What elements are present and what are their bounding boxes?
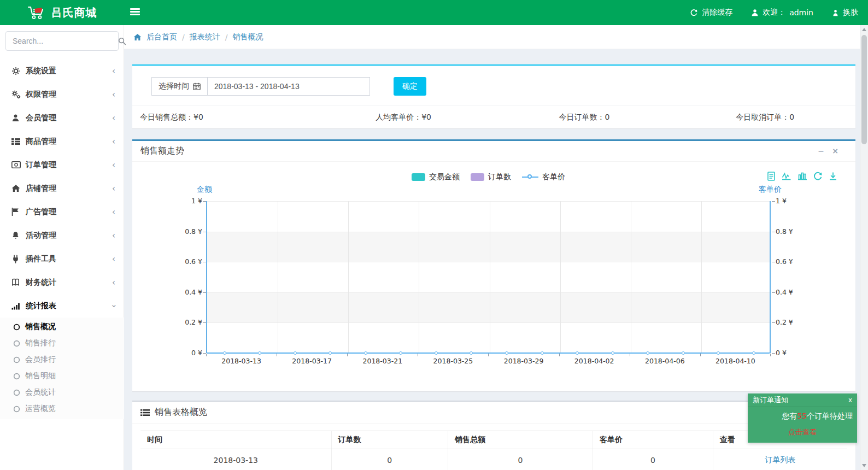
new-order-notification: 新订单通知 x 您有55个订单待处理 点击查看	[748, 393, 857, 443]
circle-icon	[13, 340, 20, 347]
table-icon	[140, 409, 150, 416]
filter-panel: 选择时间 确定 今日销售总额：¥0 人均客单价：¥0 今日订单数：0 今日取消订…	[132, 64, 855, 128]
legend-item-amount[interactable]: 交易金额	[412, 172, 460, 182]
date-range-input[interactable]	[208, 77, 370, 96]
username: admin	[789, 8, 813, 17]
restore-icon[interactable]	[813, 172, 823, 181]
sidebar-item-members[interactable]: 会员管理 ‹	[0, 106, 124, 130]
y-tick-label: 0.6 ¥	[776, 257, 814, 266]
cell-time: 2018-03-13	[140, 449, 331, 470]
y-tick-label: 0.4 ¥	[776, 288, 814, 296]
clear-cache-button[interactable]: 清除缓存	[690, 8, 732, 17]
breadcrumb-home[interactable]: 后台首页	[146, 32, 177, 42]
panel-header: 销售额走势	[132, 141, 855, 162]
breadcrumb: 后台首页 / 报表统计 / 销售概况	[124, 25, 860, 49]
sidebar-item-label: 店铺管理	[26, 184, 112, 193]
welcome-label: 欢迎：	[763, 8, 785, 17]
panel-title: 销售表格概览	[155, 407, 207, 418]
line-chart-icon[interactable]	[782, 172, 791, 181]
sidebar-item-finance[interactable]: 财务统计 ‹	[0, 271, 124, 294]
chevron-down-icon: ‹	[109, 304, 119, 308]
notification-body: 您有55个订单待处理 点击查看	[748, 407, 857, 443]
sidebar-search	[5, 31, 119, 51]
y-tick-label: 1 ¥	[776, 197, 814, 205]
submenu-item-sales-ranking[interactable]: 销售排行	[0, 335, 124, 351]
submenu-item-member-ranking[interactable]: 会员排行	[0, 351, 124, 368]
scrollbar-thumb[interactable]	[861, 35, 867, 144]
scroll-down-arrow-icon[interactable]	[862, 464, 866, 467]
sidebar-item-activities[interactable]: 活动管理 ‹	[0, 224, 124, 247]
submenu-label: 销售概况	[25, 322, 56, 332]
legend-label: 客单价	[542, 172, 565, 182]
chevron-left-icon: ‹	[112, 184, 115, 193]
brand-logo[interactable]: 吕氏商城	[0, 0, 124, 25]
submenu-label: 销售排行	[25, 338, 56, 348]
sidebar-item-ads[interactable]: 广告管理 ‹	[0, 200, 124, 224]
sidebar-item-label: 订单管理	[26, 160, 112, 170]
sidebar-item-label: 活动管理	[26, 231, 112, 240]
submenu-item-operations-overview[interactable]: 运营概览	[0, 401, 124, 417]
vertical-scrollbar	[860, 25, 868, 470]
chevron-left-icon: ‹	[112, 113, 115, 123]
submenu-item-sales-overview[interactable]: 销售概况	[0, 319, 124, 335]
brand-name: 吕氏商城	[51, 5, 97, 20]
sidebar-item-products[interactable]: 商品管理 ‹	[0, 130, 124, 153]
view-orders-link[interactable]: 点击查看	[752, 427, 853, 437]
chevron-left-icon: ‹	[112, 137, 115, 146]
search-icon[interactable]	[118, 37, 126, 45]
x-tick-label: 2018-04-02	[559, 357, 630, 365]
sidebar-item-orders[interactable]: 订单管理 ‹	[0, 153, 124, 177]
bar-chart-icon	[11, 302, 26, 310]
data-view-icon[interactable]	[767, 172, 776, 181]
sidebar-item-label: 权限管理	[26, 90, 112, 99]
search-input[interactable]	[6, 37, 118, 45]
stat-today-sales: 今日销售总额：¥0	[132, 113, 313, 122]
submenu-label: 会员统计	[25, 387, 56, 397]
sidebar-item-label: 商品管理	[26, 137, 112, 146]
cell-total: 0	[448, 449, 593, 470]
breadcrumb-section[interactable]: 报表统计	[190, 32, 220, 42]
cart-icon	[27, 5, 46, 20]
submenu-item-member-stats[interactable]: 会员统计	[0, 384, 124, 401]
user-menu[interactable]: 欢迎： admin	[751, 8, 813, 17]
submenu-item-sales-detail[interactable]: 销售明细	[0, 368, 124, 384]
circle-icon	[13, 406, 20, 413]
order-list-link[interactable]: 订单列表	[765, 455, 795, 464]
sidebar-item-permissions[interactable]: 权限管理 ‹	[0, 83, 124, 106]
close-icon[interactable]: ×	[832, 146, 838, 155]
sidebar-item-reports[interactable]: 统计报表 ‹	[0, 294, 124, 318]
legend-item-orders[interactable]: 订单数	[471, 172, 511, 182]
top-header-bar: 吕氏商城 清除缓存 欢迎： admin	[0, 0, 868, 25]
notification-header: 新订单通知 x	[748, 393, 857, 407]
panel-header: 销售表格概览	[132, 402, 855, 424]
circle-icon	[13, 356, 20, 363]
collapse-icon[interactable]: −	[818, 146, 824, 155]
x-tick-label: 2018-03-25	[418, 357, 488, 365]
bar-chart-icon[interactable]	[797, 172, 807, 181]
confirm-button[interactable]: 确定	[394, 77, 426, 96]
circle-icon	[13, 373, 20, 380]
download-icon[interactable]	[829, 172, 837, 181]
stat-avg-price: 人均客单价：¥0	[313, 113, 494, 122]
breadcrumb-page[interactable]: 销售概况	[232, 32, 263, 42]
bell-icon	[11, 231, 26, 239]
sidebar-item-label: 财务统计	[26, 278, 112, 287]
scroll-up-arrow-icon[interactable]	[862, 28, 866, 31]
calendar-icon	[193, 83, 201, 90]
sidebar-item-plugins[interactable]: 插件工具 ‹	[0, 247, 124, 271]
sales-trend-panel: 销售额走势 − × 交易金额 订单数 客单价	[132, 139, 855, 391]
y-tick-label: 0.8 ¥	[776, 227, 814, 236]
legend-item-avg-price[interactable]: 客单价	[522, 172, 565, 182]
close-icon[interactable]: x	[848, 396, 852, 404]
refresh-icon	[690, 9, 698, 17]
sidebar-item-system-settings[interactable]: 系统设置 ‹	[0, 59, 124, 83]
change-skin-button[interactable]: 换肤	[832, 8, 858, 17]
breadcrumb-separator: /	[225, 33, 228, 42]
chevron-left-icon: ‹	[112, 66, 115, 76]
sidebar-item-label: 系统设置	[26, 66, 112, 76]
submenu-label: 销售明细	[25, 371, 56, 381]
sidebar-item-shops[interactable]: 店铺管理 ‹	[0, 177, 124, 200]
notification-title: 新订单通知	[753, 395, 848, 405]
x-tick-label: 2018-03-17	[277, 357, 347, 365]
sidebar-toggle-icon[interactable]	[130, 8, 140, 16]
